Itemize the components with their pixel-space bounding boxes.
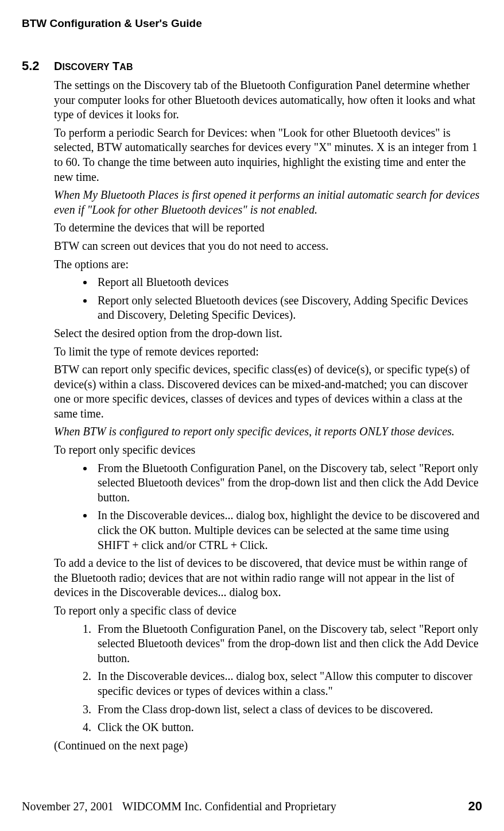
paragraph: The settings on the Discovery tab of the… [54, 78, 482, 122]
page-footer: November 27, 2001 WIDCOMM Inc. Confident… [22, 799, 482, 814]
paragraph: To determine the devices that will be re… [54, 221, 482, 235]
numbered-list: From the Bluetooth Configuration Panel, … [54, 622, 482, 735]
footer-page-number: 20 [468, 799, 482, 814]
list-item: From the Bluetooth Configuration Panel, … [94, 622, 482, 666]
paragraph-note: When My Bluetooth Places is first opened… [54, 188, 482, 217]
paragraph: BTW can screen out devices that you do n… [54, 239, 482, 254]
paragraph: Select the desired option from the drop-… [54, 326, 482, 341]
paragraph-note: When BTW is configured to report only sp… [54, 424, 482, 439]
paragraph: To limit the type of remote devices repo… [54, 345, 482, 360]
bullet-list: From the Bluetooth Configuration Panel, … [54, 461, 482, 553]
paragraph: To add a device to the list of devices t… [54, 556, 482, 600]
list-item: From the Bluetooth Configuration Panel, … [94, 461, 482, 505]
bullet-list: Report all Bluetooth devices Report only… [54, 275, 482, 323]
section-title-smallcap2: AB [119, 62, 133, 72]
paragraph: To perform a periodic Search for Devices… [54, 126, 482, 184]
paragraph: The options are: [54, 257, 482, 272]
paragraph: (Continued on the next page) [54, 739, 482, 753]
list-item: Report all Bluetooth devices [94, 275, 482, 290]
section-title-smallcap1: ISCOVERY [62, 62, 109, 72]
list-item: From the Class drop-down list, select a … [94, 702, 482, 717]
list-item: Click the OK button. [94, 720, 482, 735]
footer-confidential: WIDCOMM Inc. Confidential and Proprietar… [122, 800, 336, 813]
content-body: The settings on the Discovery tab of the… [54, 78, 482, 753]
section-heading: 5.2 DISCOVERY TAB [22, 59, 482, 74]
paragraph: To report only specific devices [54, 443, 482, 458]
footer-date: November 27, 2001 [22, 800, 122, 813]
section-number: 5.2 [22, 59, 54, 74]
list-item: In the Discoverable devices... dialog bo… [94, 669, 482, 698]
list-item: Report only selected Bluetooth devices (… [94, 293, 482, 323]
document-header: BTW Configuration & User's Guide [22, 17, 482, 30]
list-item: In the Discoverable devices... dialog bo… [94, 508, 482, 552]
paragraph: To report only a specific class of devic… [54, 604, 482, 619]
section-title-cap2: T [110, 60, 120, 72]
section-title: DISCOVERY TAB [54, 60, 133, 73]
paragraph: BTW can report only specific devices, sp… [54, 362, 482, 421]
section-title-cap1: D [54, 60, 62, 72]
